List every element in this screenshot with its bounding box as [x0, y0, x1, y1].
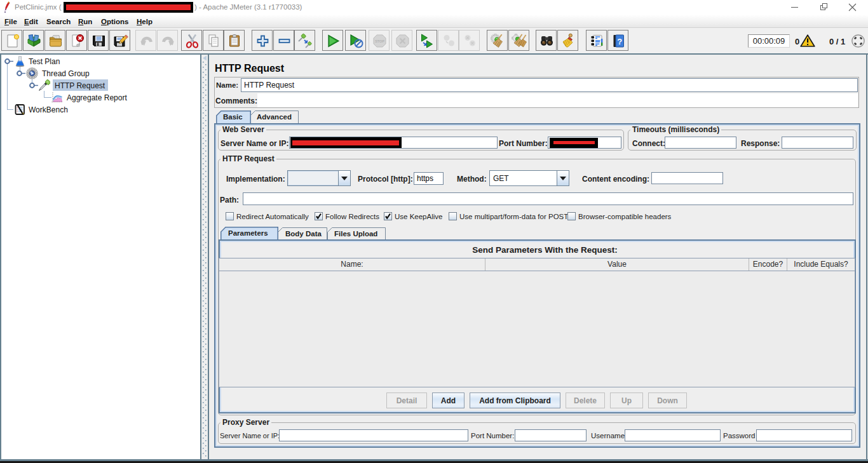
svg-text:STOP: STOP: [375, 39, 384, 43]
svg-text:?: ?: [617, 37, 622, 46]
